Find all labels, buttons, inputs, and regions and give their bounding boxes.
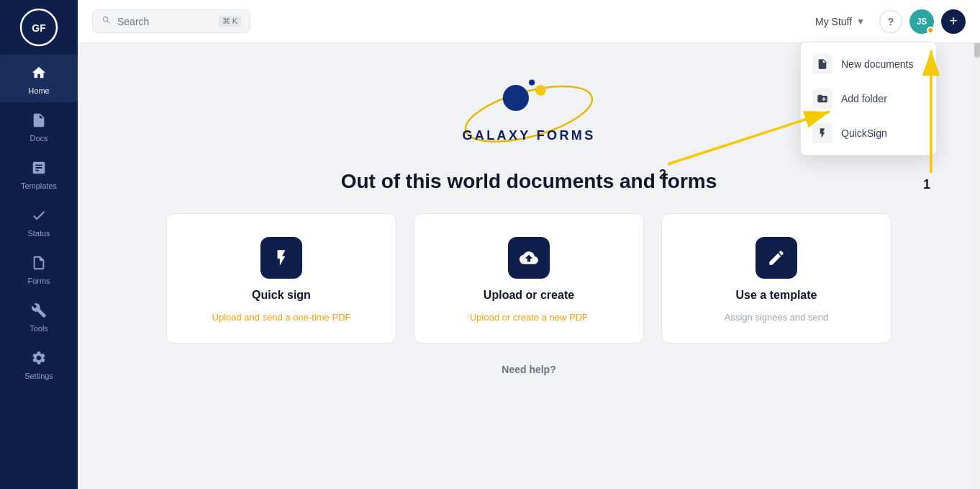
svg-point-5 [529,79,535,85]
dropdown-quicksign[interactable]: QuickSign [801,116,936,151]
forms-icon [31,255,47,274]
use-template-title: Use a template [736,289,817,302]
templates-icon [31,160,47,179]
question-mark-icon: ? [888,16,894,27]
dropdown-add-folder[interactable]: Add folder [801,81,936,116]
svg-text:GALAXY FORMS: GALAXY FORMS [462,128,595,143]
svg-point-3 [503,85,529,111]
topbar-right: My Stuff ▼ ? JS + [808,9,966,34]
tools-icon [31,302,47,321]
quicksign-label: QuickSign [841,127,887,139]
new-document-icon [812,54,832,74]
upload-create-card[interactable]: Upload or create Upload or create a new … [414,213,644,344]
docs-icon [31,112,47,131]
my-stuff-label: My Stuff [815,16,852,27]
notification-dot [927,27,934,34]
quicksign-icon [812,123,832,143]
main-area: Search ⌘ K My Stuff ▼ ? JS + [78,0,980,489]
sidebar-templates-label: Templates [21,181,57,190]
pencil-icon [767,248,786,267]
sidebar-settings-label: Settings [24,372,53,380]
upload-create-title: Upload or create [484,289,574,302]
svg-point-4 [535,85,546,96]
sidebar-item-status[interactable]: Status [0,197,78,245]
search-box[interactable]: Search ⌘ K [92,9,250,33]
plus-icon: + [949,13,958,30]
dropdown-menu: New documents Add folder QuickSign [800,42,937,156]
quick-sign-subtitle: Upload and send a one-time PDF [212,312,351,323]
sidebar-tools-label: Tools [30,324,48,333]
search-shortcut: ⌘ K [219,16,241,27]
sidebar-item-docs[interactable]: Docs [0,102,78,150]
sidebar-home-label: Home [28,86,49,95]
main-headline: Out of this world documents and forms [341,170,717,193]
my-stuff-button[interactable]: My Stuff ▼ [808,12,872,32]
svg-text:1: 1 [923,177,930,192]
sidebar-item-settings[interactable]: Settings [0,340,78,387]
home-icon [31,65,47,84]
sidebar-item-tools[interactable]: Tools [0,292,78,340]
scrollbar-track[interactable] [974,0,980,489]
sidebar: GF Home Docs Templates Status Forms [0,0,78,489]
brand-area: GALAXY FORMS [428,65,630,151]
upload-create-icon-wrap [508,237,550,279]
sidebar-docs-label: Docs [30,134,47,143]
search-icon [101,15,112,27]
search-label: Search [117,16,213,27]
quick-sign-card[interactable]: Quick sign Upload and send a one-time PD… [166,213,396,344]
sidebar-item-templates[interactable]: Templates [0,150,78,197]
upload-create-subtitle: Upload or create a new PDF [470,312,588,323]
svg-text:GF: GF [32,22,46,34]
help-button[interactable]: ? [879,10,902,33]
topbar: Search ⌘ K My Stuff ▼ ? JS + [78,0,980,43]
new-documents-label: New documents [841,58,913,70]
avatar-initials: JS [917,17,927,27]
avatar-button[interactable]: JS [909,9,934,34]
sidebar-item-home[interactable]: Home [0,55,78,102]
sidebar-status-label: Status [27,229,50,238]
settings-icon [31,350,47,369]
add-folder-label: Add folder [841,93,887,104]
upload-icon [520,248,538,267]
use-template-subtitle: Assign signees and send [725,312,829,323]
gf-logo-icon: GF [19,7,59,48]
use-template-card[interactable]: Use a template Assign signees and send [661,213,891,344]
status-icon [31,207,47,226]
sidebar-logo[interactable]: GF [0,0,78,55]
chevron-down-icon: ▼ [856,17,865,27]
sidebar-forms-label: Forms [27,277,50,285]
need-help-link[interactable]: Need help? [502,364,555,375]
lightning-icon [272,248,291,267]
quick-sign-icon-wrap [260,237,302,279]
sidebar-item-forms[interactable]: Forms [0,245,78,292]
add-folder-icon [812,89,832,109]
dropdown-new-documents[interactable]: New documents [801,47,936,81]
add-button[interactable]: + [941,9,966,34]
galaxy-forms-logo: GALAXY FORMS [428,65,630,151]
use-template-icon-wrap [756,237,797,279]
quick-sign-title: Quick sign [252,289,311,302]
cards-container: Quick sign Upload and send a one-time PD… [133,213,925,344]
